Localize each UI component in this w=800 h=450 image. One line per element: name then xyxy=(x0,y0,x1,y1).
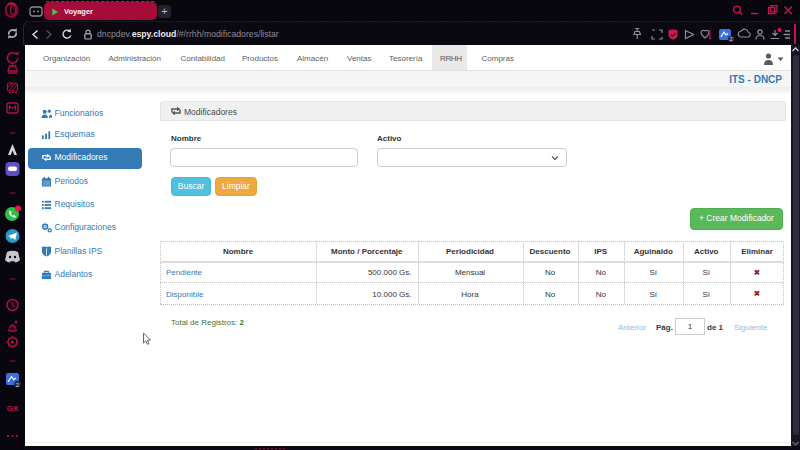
svg-text:GX: GX xyxy=(7,404,19,413)
